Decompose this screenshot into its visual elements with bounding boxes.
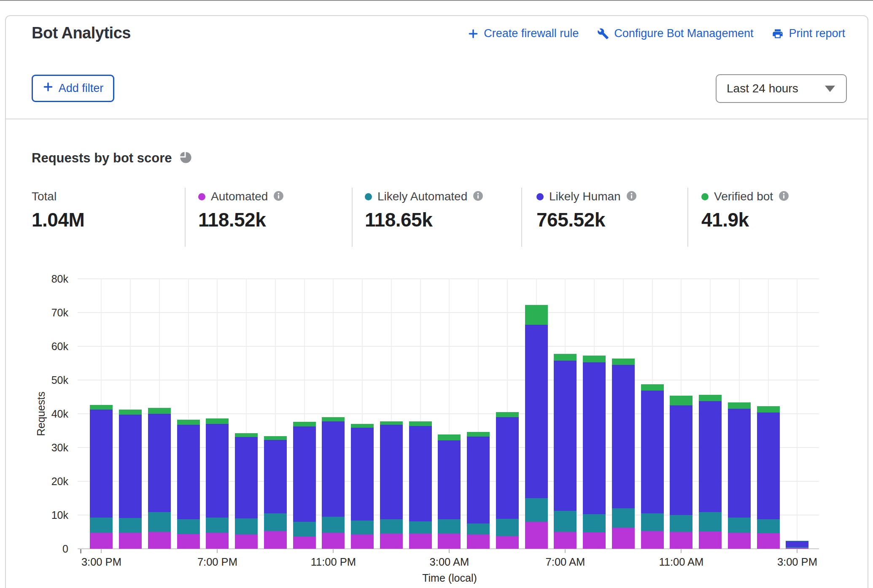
bar-segment-automated[interactable] [612, 528, 635, 549]
bar-segment-automated[interactable] [496, 536, 519, 549]
bar-segment-likely-human[interactable] [293, 426, 316, 522]
bar-segment-verified-bot[interactable] [177, 420, 200, 425]
bar-segment-likely-automated[interactable] [177, 519, 200, 534]
bar-segment-likely-human[interactable] [554, 361, 577, 511]
bar-segment-likely-automated[interactable] [554, 511, 577, 532]
bar-segment-likely-human[interactable] [670, 405, 692, 515]
bar-segment-automated[interactable] [438, 534, 461, 549]
bar-segment-likely-human[interactable] [177, 425, 200, 519]
bar-segment-automated[interactable] [119, 533, 142, 549]
bar-segment-likely-human[interactable] [380, 425, 403, 519]
create-firewall-rule-link[interactable]: Create firewall rule [468, 27, 579, 40]
bar-segment-likely-human[interactable] [496, 417, 519, 519]
bar-segment-likely-automated[interactable] [206, 518, 229, 532]
bar-segment-likely-human[interactable] [467, 437, 490, 523]
bar-segment-likely-automated[interactable] [757, 519, 780, 534]
bar-segment-automated[interactable] [293, 537, 316, 549]
configure-bot-management-link[interactable]: Configure Bot Management [597, 27, 753, 40]
bar-segment-likely-human[interactable] [90, 410, 113, 518]
bar-segment-likely-human[interactable] [612, 365, 635, 508]
bar-segment-verified-bot[interactable] [583, 356, 606, 362]
bar-segment-likely-automated[interactable] [670, 515, 692, 532]
bar-segment-verified-bot[interactable] [206, 418, 229, 424]
bar-segment-verified-bot[interactable] [380, 421, 403, 425]
bar-segment-verified-bot[interactable] [670, 396, 692, 405]
bar-segment-automated[interactable] [699, 531, 722, 549]
bar-segment-automated[interactable] [670, 532, 692, 549]
bar-segment-automated[interactable] [583, 532, 606, 549]
bar-segment-likely-human[interactable] [699, 401, 722, 512]
bar-segment-likely-automated[interactable] [728, 518, 751, 533]
bar-segment-automated[interactable] [177, 534, 200, 549]
bar-segment-automated[interactable] [525, 522, 548, 549]
bar-segment-verified-bot[interactable] [351, 424, 374, 428]
bar-segment-verified-bot[interactable] [322, 417, 345, 421]
bar-segment-automated[interactable] [380, 534, 403, 549]
bar-segment-likely-automated[interactable] [699, 512, 722, 531]
bar-segment-likely-human[interactable] [757, 413, 780, 519]
bar-segment-verified-bot[interactable] [699, 395, 722, 401]
bar-segment-likely-automated[interactable] [641, 513, 664, 531]
bar-segment-automated[interactable] [757, 533, 780, 549]
bar-segment-verified-bot[interactable] [757, 406, 780, 413]
bar-segment-automated[interactable] [409, 534, 432, 549]
bar-segment-verified-bot[interactable] [235, 433, 258, 437]
print-report-link[interactable]: Print report [772, 27, 845, 40]
bar-segment-likely-automated[interactable] [496, 519, 519, 536]
bar-segment-likely-automated[interactable] [293, 522, 316, 537]
bar-segment-automated[interactable] [728, 533, 751, 549]
bar-segment-likely-human[interactable] [206, 424, 229, 518]
bar-segment-likely-human[interactable] [786, 541, 808, 547]
bar-segment-verified-bot[interactable] [728, 402, 751, 409]
add-filter-button[interactable]: Add filter [32, 75, 114, 102]
bar-segment-automated[interactable] [264, 531, 287, 549]
bar-segment-verified-bot[interactable] [786, 541, 808, 541]
bar-segment-likely-automated[interactable] [583, 514, 606, 532]
bar-segment-likely-human[interactable] [264, 440, 287, 513]
bar-segment-likely-automated[interactable] [467, 523, 490, 534]
bar-segment-verified-bot[interactable] [148, 408, 171, 414]
bar-segment-automated[interactable] [322, 533, 345, 549]
bar-segment-likely-automated[interactable] [525, 498, 548, 522]
bar-segment-verified-bot[interactable] [641, 384, 664, 390]
bar-segment-likely-human[interactable] [641, 391, 664, 513]
bar-segment-automated[interactable] [206, 533, 229, 549]
bar-segment-automated[interactable] [554, 532, 577, 549]
bar-segment-automated[interactable] [467, 534, 490, 549]
bar-segment-likely-automated[interactable] [438, 519, 461, 534]
info-icon[interactable] [473, 191, 483, 203]
bar-segment-verified-bot[interactable] [525, 305, 548, 325]
bar-segment-likely-human[interactable] [148, 414, 171, 512]
bar-segment-likely-automated[interactable] [786, 547, 808, 548]
bar-segment-likely-automated[interactable] [90, 518, 113, 533]
bar-segment-verified-bot[interactable] [554, 354, 577, 360]
bar-segment-likely-automated[interactable] [351, 521, 374, 534]
bar-segment-likely-human[interactable] [351, 428, 374, 521]
bar-segment-verified-bot[interactable] [612, 359, 635, 365]
bar-segment-likely-automated[interactable] [409, 521, 432, 534]
bar-segment-likely-automated[interactable] [148, 512, 171, 532]
bar-segment-likely-human[interactable] [525, 325, 548, 498]
bar-segment-verified-bot[interactable] [496, 412, 519, 417]
bar-segment-verified-bot[interactable] [90, 405, 113, 410]
bar-segment-likely-automated[interactable] [119, 518, 142, 532]
bar-segment-verified-bot[interactable] [409, 421, 432, 426]
bar-segment-likely-human[interactable] [438, 440, 461, 519]
bar-segment-likely-human[interactable] [728, 409, 751, 518]
bar-segment-likely-human[interactable] [119, 415, 142, 518]
bar-segment-likely-human[interactable] [235, 437, 258, 518]
bar-segment-likely-automated[interactable] [264, 513, 287, 531]
bar-segment-automated[interactable] [351, 534, 374, 549]
bar-segment-likely-automated[interactable] [322, 517, 345, 533]
bar-segment-automated[interactable] [786, 548, 808, 549]
bar-segment-verified-bot[interactable] [438, 434, 461, 440]
bar-segment-verified-bot[interactable] [264, 436, 287, 440]
info-icon[interactable] [626, 191, 637, 203]
bar-segment-likely-automated[interactable] [235, 518, 258, 534]
info-icon[interactable] [779, 191, 789, 203]
bar-segment-likely-automated[interactable] [380, 519, 403, 534]
bar-segment-likely-human[interactable] [409, 426, 432, 521]
bar-segment-automated[interactable] [641, 531, 664, 549]
bar-segment-automated[interactable] [90, 533, 113, 549]
bar-segment-automated[interactable] [148, 532, 171, 549]
